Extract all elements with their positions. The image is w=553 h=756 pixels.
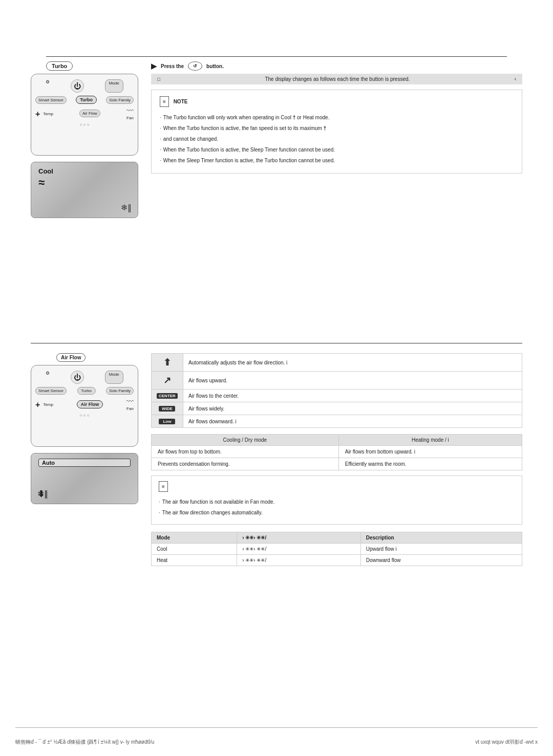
power-button-2[interactable]: ⏻ <box>71 371 84 384</box>
bottom-info-table: Mode › ✳✳› ✳✳/ Description Cool › ✳✳› ✳✳… <box>151 532 522 566</box>
up-arrow-icon: ⬆ <box>163 357 171 368</box>
flow-row-3: CENTER Air flows to the center. <box>152 390 522 402</box>
temp-label-2: Temp <box>43 402 53 407</box>
two-col-cell-1: Air flows from top to bottom. <box>152 446 339 458</box>
remote2-bottom-text: ○ ○ ○ <box>35 413 134 418</box>
flow-row-4: WIDE Air flows widely. <box>152 402 522 415</box>
display-mode: Cool <box>38 167 131 175</box>
top-divider <box>46 56 507 57</box>
col-header-1: Cooling / Dry mode <box>152 435 339 446</box>
turbo-instruction-row: ▶ Press the ↺ button. <box>151 61 522 71</box>
flow-icon-1: ⬆ <box>152 354 183 372</box>
solo-family-button[interactable]: Solo Family <box>106 96 134 104</box>
bottom-cell-1-2: › ✳✳› ✳✳/ <box>237 544 360 555</box>
bottom-col2-header: › ✳✳› ✳✳/ <box>237 532 360 544</box>
airflow-left-col: Air Flow ⚙ ⏻ Mode Smart Sensor Turbo Sol… <box>31 353 141 566</box>
bottom-cell-2-1: Heat <box>152 555 237 566</box>
fan-label: Fan <box>126 116 134 120</box>
smart-sensor-button[interactable]: Smart Sensor <box>35 96 67 104</box>
temp-label: Temp <box>43 112 53 116</box>
wifi-icon-2: ⚙ <box>46 371 50 384</box>
low-badge: Low <box>159 419 175 424</box>
note-label: NOTE <box>174 99 188 104</box>
note-line-5: · When the Sleep Timer function is activ… <box>160 156 514 165</box>
solo-family-button-2[interactable]: Solo Family <box>106 387 134 395</box>
remote-bottom-text: ○ ○ ○ <box>35 122 134 127</box>
remote2-top-row: ⚙ ⏻ Mode <box>35 371 134 384</box>
bottom-cell-1-3: Upward flow i <box>360 544 522 555</box>
flow-desc-1: Automatically adjusts the air flow direc… <box>183 354 522 372</box>
turbo-button[interactable]: Turbo <box>76 96 97 104</box>
air-flow-button-2[interactable]: Air Flow <box>77 400 103 408</box>
display-screen-1: Cool ≈ ❄‖ <box>31 162 138 218</box>
mode-button-2[interactable]: Mode <box>105 371 123 384</box>
footer-divider <box>15 727 538 728</box>
turbo-section: Turbo ⚙ ⏻ Mode Smart Sensor Turbo Solo F… <box>31 61 522 218</box>
fan-waves-icon-2: 〰 <box>126 397 134 405</box>
flow-row-5: Low Air flows downward. i <box>152 415 522 428</box>
smart-sensor-button-2[interactable]: Smart Sensor <box>35 387 67 395</box>
footer: 蟒熬轉ď - ¯ ď ±° ½Æå ď棟福儂 {聶¶ ί ±¼ít w|} v-… <box>15 739 538 746</box>
flow-desc-3: Air flows to the center. <box>183 390 522 402</box>
note-box-1: ≡ NOTE · The Turbo function will only wo… <box>151 90 522 174</box>
two-col-row-1: Air flows from top to bottom. Air flows … <box>152 446 522 458</box>
remote-middle-row: Smart Sensor Turbo Solo Family <box>35 96 134 104</box>
display-screen-2: Auto ❄‖ ⬇ <box>31 453 138 504</box>
bottom-cell-2-2: › ✳✳› ✳✳/ <box>237 555 360 566</box>
remote-control-2: ⚙ ⏻ Mode Smart Sensor Turbo Solo Family … <box>31 365 138 447</box>
wifi-icon: ⚙ <box>46 79 50 93</box>
flow-row-2: ↗ Air flows upward. <box>152 372 522 390</box>
remote-top-row: ⚙ ⏻ Mode <box>35 79 134 93</box>
remote-bottom-row: + Temp Air Flow 〰 Fan <box>35 106 134 120</box>
note-line-2: · When the Turbo function is active, the… <box>160 124 514 133</box>
bottom-cell-1-1: Cool <box>152 544 237 555</box>
turbo-left-col: Turbo ⚙ ⏻ Mode Smart Sensor Turbo Solo F… <box>31 61 141 218</box>
bottom-row-1: Cool › ✳✳› ✳✳/ Upward flow i <box>152 544 522 555</box>
airflow-label: Air Flow <box>56 353 86 362</box>
two-col-info-table: Cooling / Dry mode Heating mode / i Air … <box>151 434 522 470</box>
remote-control-1: ⚙ ⏻ Mode Smart Sensor Turbo Solo Family … <box>31 74 138 156</box>
note-line-1: · The Turbo function will only work when… <box>160 113 514 122</box>
power-button[interactable]: ⏻ <box>71 79 84 93</box>
info-bar-left: □ <box>157 76 160 82</box>
fan-waves-icon: 〰 <box>126 106 134 115</box>
airflow-section: Air Flow ⚙ ⏻ Mode Smart Sensor Turbo Sol… <box>31 353 522 566</box>
two-col-row-2: Prevents condensation forming. Efficient… <box>152 458 522 470</box>
mode-button[interactable]: Mode <box>105 79 123 93</box>
bottom-header-row: Mode › ✳✳› ✳✳/ Description <box>152 532 522 544</box>
col-header-2: Heating mode / i <box>338 435 522 446</box>
arrow-down-icon: ⬇ <box>37 488 45 500</box>
turbo-right-col: ▶ Press the ↺ button. □ The display chan… <box>151 61 522 218</box>
display-temp: ≈ <box>38 176 131 189</box>
note-icon-2: ≡ <box>159 481 168 492</box>
flow-icon-5: Low <box>152 415 183 428</box>
remote2-middle-row: Smart Sensor Turbo Solo Family <box>35 387 134 395</box>
info-bar: □ The display changes as follows each ti… <box>151 74 522 84</box>
turbo-symbol-icon: ↺ <box>188 61 202 71</box>
temp-plus-button[interactable]: + <box>35 110 40 119</box>
flow-desc-4: Air flows widely. <box>183 402 522 415</box>
bottom-row-2: Heat › ✳✳› ✳✳/ Downward flow <box>152 555 522 566</box>
button-text: button. <box>206 63 224 69</box>
air-flow-button[interactable]: Air Flow <box>79 110 100 117</box>
footer-right: vt uxqt wquv dt羽影ď -wvt x <box>475 739 538 746</box>
two-col-cell-3: Prevents condensation forming. <box>152 458 339 470</box>
display-auto-label: Auto <box>38 459 131 467</box>
bottom-col3-header: Description <box>360 532 522 544</box>
temp-row: + Temp <box>35 110 53 119</box>
two-col-cell-2: Air flows from bottom upward. i <box>338 446 522 458</box>
mid-divider <box>31 343 522 343</box>
temp-plus-button-2[interactable]: + <box>35 400 40 409</box>
temp-row-2: + Temp <box>35 400 53 409</box>
flow-icon-2: ↗ <box>152 372 183 390</box>
two-col-header-row: Cooling / Dry mode Heating mode / i <box>152 435 522 446</box>
info-bar-right: ‹ <box>515 76 516 82</box>
flow-icon-4: WIDE <box>152 402 183 415</box>
flow-icon-3: CENTER <box>152 390 183 402</box>
arrow-right-icon: ▶ <box>151 62 157 70</box>
remote2-bottom-row: + Temp Air Flow 〰 Fan <box>35 397 134 411</box>
info-bar-text: The display changes as follows each time… <box>265 76 410 82</box>
two-col-cell-4: Efficiently warms the room. <box>338 458 522 470</box>
wide-badge: WIDE <box>159 406 175 412</box>
turbo-button-2[interactable]: Turbo <box>77 387 96 395</box>
